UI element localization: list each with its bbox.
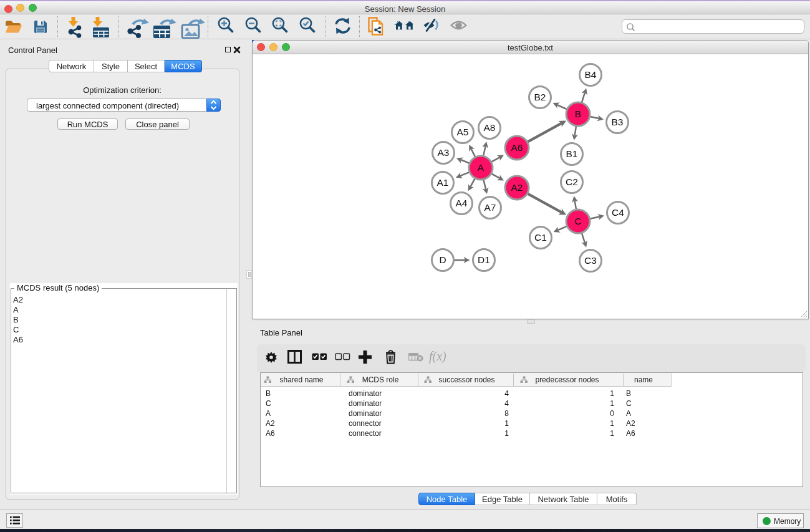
svg-text:C2: C2 xyxy=(566,177,578,187)
svg-text:B1: B1 xyxy=(566,148,578,159)
svg-text:C3: C3 xyxy=(584,255,597,266)
svg-text:A8: A8 xyxy=(484,122,496,133)
svg-text:A1: A1 xyxy=(437,177,449,188)
svg-text:B2: B2 xyxy=(534,92,546,102)
svg-text:C4: C4 xyxy=(612,207,624,218)
svg-text:A7: A7 xyxy=(485,202,496,213)
svg-text:A4: A4 xyxy=(456,198,468,208)
svg-text:B4: B4 xyxy=(585,69,597,80)
svg-text:B: B xyxy=(575,109,581,119)
svg-text:A: A xyxy=(478,162,485,173)
svg-text:A3: A3 xyxy=(438,147,450,158)
svg-text:C1: C1 xyxy=(534,232,547,243)
svg-text:B3: B3 xyxy=(612,117,624,127)
svg-text:C: C xyxy=(574,216,581,226)
svg-text:A2: A2 xyxy=(511,182,523,193)
svg-text:D: D xyxy=(439,254,446,265)
svg-text:A6: A6 xyxy=(511,142,523,153)
svg-text:A5: A5 xyxy=(457,127,469,137)
svg-text:D1: D1 xyxy=(478,254,490,265)
